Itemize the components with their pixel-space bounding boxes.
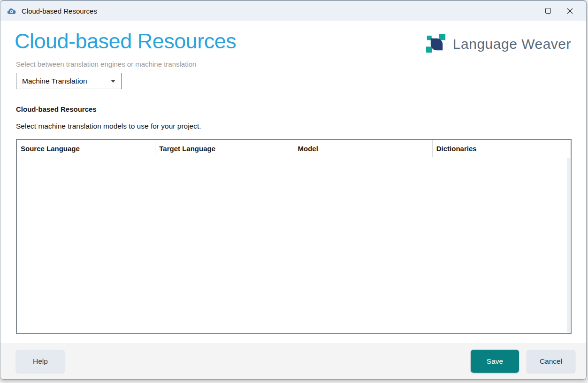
chevron-down-icon (111, 80, 115, 83)
brand-name: Language Weaver (453, 36, 571, 52)
window-controls (516, 1, 586, 21)
scrollbar-track (567, 158, 570, 332)
close-button[interactable] (559, 1, 580, 21)
help-button[interactable]: Help (16, 350, 65, 373)
resources-table: Source Language Target Language Model Di… (16, 139, 572, 334)
section-description: Select machine translation models to use… (16, 122, 201, 130)
language-weaver-mark-icon (426, 33, 448, 55)
save-button[interactable]: Save (471, 350, 519, 373)
column-header-model[interactable]: Model (294, 140, 433, 157)
window-title: Cloud-based Resources (22, 7, 97, 15)
footer-bar: Help Save Cancel (0, 343, 586, 379)
column-header-dictionaries[interactable]: Dictionaries (433, 140, 571, 157)
table-header-row: Source Language Target Language Model Di… (17, 140, 571, 157)
maximize-button[interactable] (537, 1, 559, 21)
engine-type-value: Machine Translation (22, 77, 87, 85)
maximize-icon (545, 8, 551, 14)
column-header-target-language[interactable]: Target Language (155, 140, 294, 157)
titlebar[interactable]: Cloud-based Resources (0, 1, 586, 21)
column-header-source-language[interactable]: Source Language (17, 140, 155, 157)
section-title: Cloud-based Resources (16, 105, 97, 113)
minimize-icon (524, 11, 529, 11)
table-body-empty (17, 157, 571, 333)
close-icon (567, 8, 573, 14)
cancel-button[interactable]: Cancel (527, 350, 575, 373)
cloud-resources-dialog: Cloud-based Resources Cloud-based Resour… (0, 0, 587, 380)
minimize-button[interactable] (516, 1, 537, 21)
page-subtitle: Select between translation engines or ma… (16, 60, 196, 68)
brand-logo: Language Weaver (426, 33, 571, 55)
page-title: Cloud-based Resources (15, 29, 236, 54)
cloud-sync-icon (7, 7, 16, 15)
engine-type-dropdown[interactable]: Machine Translation (16, 73, 122, 89)
